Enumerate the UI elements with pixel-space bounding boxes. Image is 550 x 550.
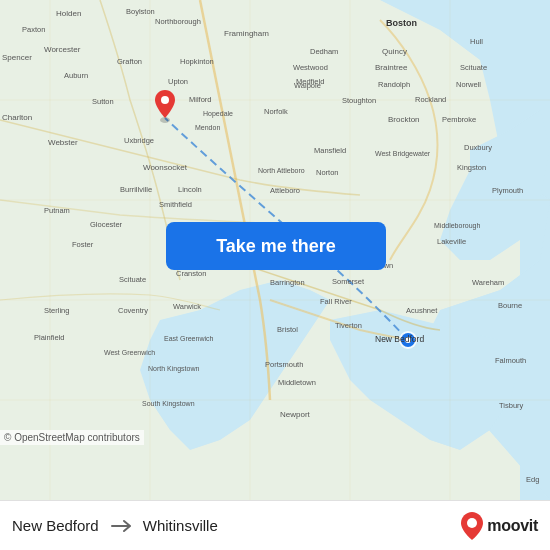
- svg-text:Quincy: Quincy: [382, 47, 407, 56]
- osm-attribution: © OpenStreetMap contributors: [0, 430, 144, 445]
- svg-text:Smithfield: Smithfield: [159, 200, 192, 209]
- svg-text:East Greenwich: East Greenwich: [164, 335, 214, 342]
- moovit-pin-icon: [461, 512, 483, 540]
- svg-text:South Kingstown: South Kingstown: [142, 400, 195, 408]
- svg-text:Charlton: Charlton: [2, 113, 32, 122]
- svg-text:Bristol: Bristol: [277, 325, 298, 334]
- svg-text:Stoughton: Stoughton: [342, 96, 376, 105]
- svg-text:Norfolk: Norfolk: [264, 107, 288, 116]
- svg-text:Hull: Hull: [470, 37, 483, 46]
- bottom-bar: New Bedford Whitinsville moovit: [0, 500, 550, 550]
- svg-text:Burrillville: Burrillville: [120, 185, 152, 194]
- svg-text:Warwick: Warwick: [173, 302, 201, 311]
- svg-text:Boston: Boston: [386, 18, 417, 28]
- moovit-brand-text: moovit: [487, 517, 538, 535]
- svg-text:North Attleboro: North Attleboro: [258, 167, 305, 174]
- svg-text:Rockland: Rockland: [415, 95, 446, 104]
- svg-text:Paxton: Paxton: [22, 25, 45, 34]
- svg-text:Glocester: Glocester: [90, 220, 123, 229]
- svg-text:Wareham: Wareham: [472, 278, 504, 287]
- svg-text:Middleborough: Middleborough: [434, 222, 480, 230]
- svg-text:Hopedale: Hopedale: [203, 110, 233, 118]
- svg-text:Sterling: Sterling: [44, 306, 69, 315]
- svg-text:Webster: Webster: [48, 138, 78, 147]
- svg-text:Middletown: Middletown: [278, 378, 316, 387]
- svg-text:Bourne: Bourne: [498, 301, 522, 310]
- origin-label: New Bedford: [12, 517, 99, 534]
- map-container: Holden Boylston Paxton Northborough Fram…: [0, 0, 550, 500]
- take-me-there-button[interactable]: Take me there: [166, 222, 386, 270]
- svg-text:Randolph: Randolph: [378, 80, 410, 89]
- svg-text:Putnam: Putnam: [44, 206, 70, 215]
- moovit-logo: moovit: [461, 512, 538, 540]
- svg-text:Lakeville: Lakeville: [437, 237, 466, 246]
- svg-text:Foster: Foster: [72, 240, 94, 249]
- svg-text:Lincoln: Lincoln: [178, 185, 202, 194]
- svg-text:Somerset: Somerset: [332, 277, 365, 286]
- svg-text:Norwell: Norwell: [456, 80, 481, 89]
- svg-text:Westwood: Westwood: [293, 63, 328, 72]
- svg-text:West Greenwich: West Greenwich: [104, 349, 155, 356]
- svg-text:Plymouth: Plymouth: [492, 186, 523, 195]
- svg-text:Attleboro: Attleboro: [270, 186, 300, 195]
- svg-text:Barrington: Barrington: [270, 278, 305, 287]
- svg-text:Fall River: Fall River: [320, 297, 352, 306]
- svg-text:Falmouth: Falmouth: [495, 356, 526, 365]
- svg-text:Cranston: Cranston: [176, 269, 206, 278]
- svg-text:Coventry: Coventry: [118, 306, 148, 315]
- svg-text:Kingston: Kingston: [457, 163, 486, 172]
- svg-point-89: [467, 518, 477, 528]
- svg-text:Scituate: Scituate: [119, 275, 146, 284]
- svg-text:Braintree: Braintree: [375, 63, 408, 72]
- svg-text:Dedham: Dedham: [310, 47, 338, 56]
- svg-text:Framingham: Framingham: [224, 29, 269, 38]
- svg-text:New Bedford: New Bedford: [375, 334, 424, 344]
- svg-text:Northborough: Northborough: [155, 17, 201, 26]
- svg-text:Milford: Milford: [189, 95, 212, 104]
- svg-text:Auburn: Auburn: [64, 71, 88, 80]
- svg-text:Grafton: Grafton: [117, 57, 142, 66]
- svg-text:Walpole: Walpole: [294, 81, 321, 90]
- svg-text:Tisbury: Tisbury: [499, 401, 524, 410]
- svg-text:Mansfield: Mansfield: [314, 146, 346, 155]
- svg-text:Brockton: Brockton: [388, 115, 420, 124]
- svg-text:Duxbury: Duxbury: [464, 143, 492, 152]
- svg-text:Holden: Holden: [56, 9, 81, 18]
- svg-text:Plainfield: Plainfield: [34, 333, 64, 342]
- svg-text:Pembroke: Pembroke: [442, 115, 476, 124]
- arrow-icon: [109, 518, 133, 534]
- svg-text:Scituate: Scituate: [460, 63, 487, 72]
- svg-text:Hopkinton: Hopkinton: [180, 57, 214, 66]
- svg-text:Spencer: Spencer: [2, 53, 32, 62]
- svg-text:Norton: Norton: [316, 168, 339, 177]
- svg-text:Woonsocket: Woonsocket: [143, 163, 188, 172]
- destination-label: Whitinsville: [143, 517, 218, 534]
- svg-text:Tiverton: Tiverton: [335, 321, 362, 330]
- svg-text:Boylston: Boylston: [126, 7, 155, 16]
- svg-text:West Bridgewater: West Bridgewater: [375, 150, 431, 158]
- svg-text:Worcester: Worcester: [44, 45, 81, 54]
- svg-text:Edg: Edg: [526, 475, 539, 484]
- svg-text:North Kingstown: North Kingstown: [148, 365, 199, 373]
- svg-text:Newport: Newport: [280, 410, 311, 419]
- svg-point-7: [161, 96, 169, 104]
- svg-text:Portsmouth: Portsmouth: [265, 360, 303, 369]
- svg-text:Uxbridge: Uxbridge: [124, 136, 154, 145]
- svg-text:Upton: Upton: [168, 77, 188, 86]
- svg-text:Sutton: Sutton: [92, 97, 114, 106]
- svg-text:Mendon: Mendon: [195, 124, 220, 131]
- svg-text:Acushnet: Acushnet: [406, 306, 438, 315]
